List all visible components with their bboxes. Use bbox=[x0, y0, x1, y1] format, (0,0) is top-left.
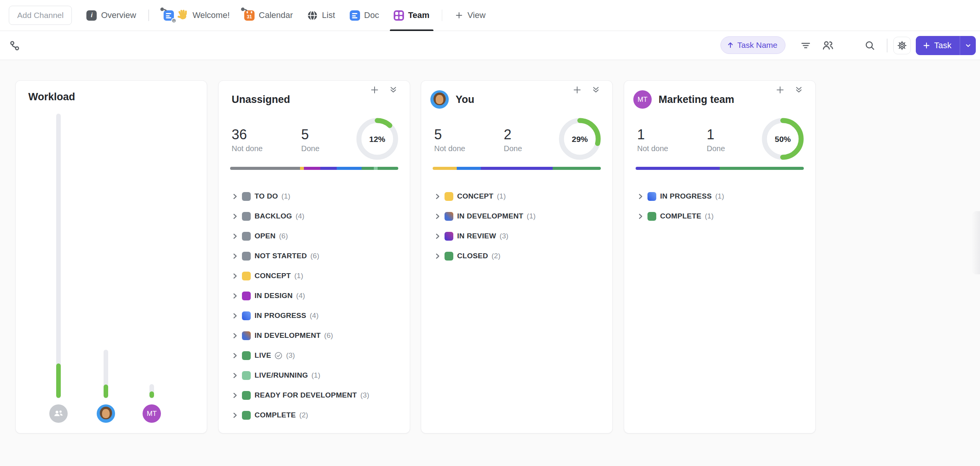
status-row-in-development[interactable]: IN DEVELOPMENT(6) bbox=[219, 326, 410, 345]
status-color-swatch bbox=[445, 232, 453, 241]
status-count: (4) bbox=[296, 292, 305, 300]
view-tabbar: Add Channel i Overview Welcome! 31 Calen… bbox=[0, 0, 980, 31]
status-row-in-progress[interactable]: IN PROGRESS(4) bbox=[219, 306, 410, 326]
not-done-stat: 1Not done bbox=[637, 126, 668, 153]
workload-capacity-bar[interactable] bbox=[56, 114, 61, 398]
status-distribution-bar bbox=[636, 167, 804, 170]
status-row-live[interactable]: LIVE(3) bbox=[219, 345, 410, 365]
add-view-button[interactable]: View bbox=[455, 10, 485, 20]
status-label: IN DESIGN bbox=[255, 292, 293, 300]
status-label: TO DO bbox=[255, 192, 278, 200]
status-row-in-development[interactable]: IN DEVELOPMENT(1) bbox=[421, 206, 612, 226]
svg-text:29%: 29% bbox=[572, 135, 588, 143]
sort-by-button[interactable]: Task Name bbox=[720, 36, 785, 54]
status-color-swatch bbox=[242, 331, 251, 340]
not-done-stat-value: 1 bbox=[637, 126, 668, 143]
status-row-in-design[interactable]: IN DESIGN(4) bbox=[219, 286, 410, 306]
status-count: (3) bbox=[286, 351, 295, 360]
add-task-icon[interactable] bbox=[368, 84, 381, 96]
add-task-icon[interactable] bbox=[571, 84, 583, 96]
status-count: (1) bbox=[705, 212, 714, 220]
gear-icon bbox=[897, 41, 907, 51]
tab-overview[interactable]: i Overview bbox=[86, 0, 136, 31]
done-stat: 5Done bbox=[301, 126, 320, 153]
svg-text:12%: 12% bbox=[369, 135, 385, 143]
status-label: OPEN bbox=[255, 232, 276, 240]
status-row-complete[interactable]: COMPLETE(2) bbox=[219, 405, 410, 425]
collapse-card-icon[interactable] bbox=[590, 84, 602, 96]
tab-team[interactable]: Team bbox=[394, 0, 430, 31]
done-stat-value: 1 bbox=[707, 126, 725, 143]
chevron-right-icon bbox=[637, 193, 644, 200]
status-color-swatch bbox=[242, 371, 251, 380]
status-row-to-do[interactable]: TO DO(1) bbox=[219, 186, 410, 206]
chevron-right-icon bbox=[434, 253, 441, 260]
status-color-swatch bbox=[242, 311, 251, 320]
add-task-icon[interactable] bbox=[774, 84, 786, 96]
workload-done-bar[interactable] bbox=[104, 385, 108, 398]
status-row-open[interactable]: OPEN(6) bbox=[219, 226, 410, 246]
card-header: You bbox=[421, 90, 612, 109]
collapse-card-icon[interactable] bbox=[387, 84, 399, 96]
chevron-right-icon bbox=[232, 253, 239, 260]
bar-segment bbox=[362, 167, 374, 170]
tab-doc[interactable]: Doc bbox=[350, 0, 379, 31]
add-task-button[interactable]: Task bbox=[916, 36, 960, 55]
status-color-swatch bbox=[242, 351, 251, 360]
progress-ring: 50% bbox=[760, 116, 806, 162]
status-row-backlog[interactable]: BACKLOG(4) bbox=[219, 206, 410, 226]
add-task-split-button[interactable]: Task bbox=[916, 36, 976, 55]
status-count: (6) bbox=[279, 232, 288, 240]
toolbar-divider bbox=[887, 39, 888, 52]
status-row-live-running[interactable]: LIVE/RUNNING(1) bbox=[219, 365, 410, 385]
tab-calendar[interactable]: 31 Calendar bbox=[244, 0, 293, 31]
status-label: CONCEPT bbox=[255, 272, 291, 280]
plus-icon bbox=[455, 11, 463, 19]
status-label: COMPLETE bbox=[255, 411, 296, 419]
task-dropdown-button[interactable] bbox=[960, 36, 976, 55]
chevron-right-icon bbox=[434, 233, 441, 240]
collapse-card-icon[interactable] bbox=[793, 84, 805, 96]
status-row-ready-for-development[interactable]: READY FOR DEVELOPMENT(3) bbox=[219, 385, 410, 405]
status-count: (1) bbox=[497, 192, 506, 200]
status-row-concept[interactable]: CONCEPT(1) bbox=[421, 186, 612, 206]
status-row-in-review[interactable]: IN REVIEW(3) bbox=[421, 226, 612, 246]
status-row-complete[interactable]: COMPLETE(1) bbox=[624, 206, 815, 226]
status-row-closed[interactable]: CLOSED(2) bbox=[421, 246, 612, 266]
status-count: (1) bbox=[281, 192, 290, 200]
settings-button[interactable] bbox=[893, 37, 911, 54]
status-color-swatch bbox=[445, 192, 453, 201]
unassigned-group-avatar[interactable] bbox=[49, 404, 68, 423]
done-stat-value: 2 bbox=[504, 126, 522, 143]
chevron-right-icon bbox=[232, 332, 239, 339]
team-card-you: You5Not done2Done 29%CONCEPT(1)IN DEVELO… bbox=[421, 80, 613, 433]
filter-icon[interactable] bbox=[800, 40, 811, 51]
done-stat-label: Done bbox=[301, 144, 320, 153]
tab-list[interactable]: List bbox=[307, 0, 335, 31]
status-count: (1) bbox=[294, 272, 303, 280]
status-count: (3) bbox=[360, 391, 369, 399]
workload-done-bar[interactable] bbox=[56, 363, 61, 398]
status-row-concept[interactable]: CONCEPT(1) bbox=[219, 266, 410, 286]
chevrons-down-icon bbox=[592, 86, 600, 94]
team-card-unassigned: Unassigned36Not done5Done 12%TO DO(1)BAC… bbox=[218, 80, 410, 433]
status-distribution-bar bbox=[230, 167, 398, 170]
user-photo-avatar[interactable] bbox=[97, 404, 115, 423]
marketing-team-avatar[interactable]: MT bbox=[143, 404, 161, 423]
status-color-swatch bbox=[242, 232, 251, 241]
status-color-swatch bbox=[242, 391, 251, 400]
search-icon[interactable] bbox=[865, 40, 875, 51]
doc-icon bbox=[350, 10, 360, 21]
status-list: TO DO(1)BACKLOG(4)OPEN(6)NOT STARTED(6)C… bbox=[219, 186, 410, 425]
tab-welcome[interactable]: Welcome! bbox=[164, 0, 230, 31]
chevron-right-icon bbox=[232, 213, 239, 220]
workload-done-bar[interactable] bbox=[149, 391, 154, 398]
status-count: (1) bbox=[715, 192, 724, 200]
branch-icon[interactable] bbox=[9, 40, 21, 52]
status-row-not-started[interactable]: NOT STARTED(6) bbox=[219, 246, 410, 266]
status-row-in-progress[interactable]: IN PROGRESS(1) bbox=[624, 186, 815, 206]
arrow-up-icon bbox=[727, 42, 734, 49]
add-channel-button[interactable]: Add Channel bbox=[9, 6, 72, 25]
people-icon[interactable] bbox=[822, 39, 834, 52]
workload-title: Workload bbox=[28, 91, 75, 103]
